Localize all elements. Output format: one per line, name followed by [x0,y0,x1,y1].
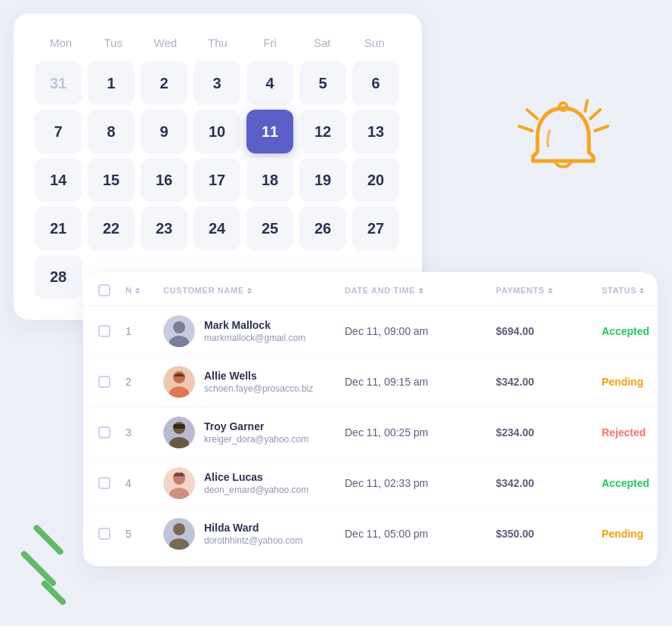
customer-cell-1: Mark Mallock markmallock@gmail.com [163,315,345,347]
calendar-cell-6[interactable]: 6 [352,61,399,105]
datetime-cell-4: Dec 11, 02:33 pm [345,477,496,489]
status-badge-3: Rejected [602,423,672,442]
calendar-cell-10[interactable]: 10 [194,110,240,153]
customer-info-1: Mark Mallock markmallock@gmail.com [204,319,305,343]
calendar-cell-22[interactable]: 22 [88,206,135,250]
bell-icon [513,91,612,189]
calendar-cell-26[interactable]: 26 [299,206,346,250]
customer-cell-3: Troy Garner kreiger_dora@yahoo.com [163,417,345,448]
calendar-cell-24[interactable]: 24 [194,206,240,250]
calendar-cell-3[interactable]: 3 [194,61,240,105]
svg-line-0 [590,110,600,119]
calendar-cell-20[interactable]: 20 [352,158,399,202]
calendar-day-name-fri: Fri [244,32,296,54]
status-badge-5: Pending [602,525,672,543]
customer-email-2: schoen.faye@prosacco.biz [204,383,313,394]
svg-line-1 [595,126,608,131]
customer-name-4: Alice Lucas [204,471,308,483]
datetime-cell-3: Dec 11, 00:25 pm [345,426,496,439]
customer-cell-5: Hilda Ward dorothhintz@yahoo.com [163,518,345,550]
calendar-cell-25[interactable]: 25 [246,206,293,250]
calendar-cell-17[interactable]: 17 [194,158,240,202]
svg-point-10 [173,371,185,383]
th-checkbox [98,284,125,296]
bell-area [513,91,612,189]
calendar-cell-23[interactable]: 23 [141,206,187,250]
table-row: 3 Troy Garner kreiger_dora@yahoo.com Dec… [83,408,658,458]
row-checkbox-cell [98,376,125,388]
calendar-cell-11[interactable]: 11 [246,110,293,153]
customer-name-3: Troy Garner [204,420,308,432]
sort-icon-num[interactable] [135,287,140,294]
payment-cell-1: $694.00 [496,325,602,337]
calendar-days-header: MonTusWedThuFriSatSun [35,32,401,54]
customer-email-4: deon_emard@yahoo.com [204,485,308,495]
calendar-cell-31[interactable]: 31 [35,61,82,105]
row-checkbox-cell [98,477,125,489]
sort-icon-datetime[interactable] [419,287,423,294]
calendar-day-name-thu: Thu [191,32,243,54]
calendar-cell-18[interactable]: 18 [246,158,293,202]
avatar-4 [163,467,195,499]
customer-info-3: Troy Garner kreiger_dora@yahoo.com [204,420,308,445]
svg-rect-15 [173,424,185,429]
svg-line-2 [585,101,587,111]
table-row: 5 Hilda Ward dorothhintz@yahoo.com Dec 1… [83,509,658,559]
avatar-3 [163,417,195,448]
calendar-cell-16[interactable]: 16 [141,158,187,202]
datetime-cell-5: Dec 11, 05:00 pm [345,528,496,540]
calendar-cell-1[interactable]: 1 [88,61,135,105]
row-checkbox-3[interactable] [98,426,110,439]
sort-icon-customer[interactable] [247,287,252,294]
customer-email-3: kreiger_dora@yahoo.com [204,434,308,445]
th-customer: CUSTOMER NAME [163,286,345,295]
calendar-cell-4[interactable]: 4 [246,61,293,105]
calendar-day-name-sat: Sat [296,32,348,54]
deco-dash-1 [33,524,64,556]
row-checkbox-4[interactable] [98,477,110,489]
svg-line-3 [519,126,532,131]
customer-name-5: Hilda Ward [204,522,302,534]
avatar-1 [163,315,195,347]
deco-dash-2 [20,550,57,587]
calendar-cell-12[interactable]: 12 [299,110,346,153]
calendar-cell-7[interactable]: 7 [35,110,82,153]
row-checkbox-5[interactable] [98,528,110,540]
calendar-cell-2[interactable]: 2 [141,61,187,105]
sort-icon-payments[interactable] [548,287,553,294]
calendar-cell-21[interactable]: 21 [35,206,82,250]
customer-info-2: Allie Wells schoen.faye@prosacco.biz [204,370,313,394]
customer-info-5: Hilda Ward dorothhintz@yahoo.com [204,522,302,546]
calendar-cell-13[interactable]: 13 [352,110,399,153]
payment-cell-4: $342.00 [496,477,602,489]
calendar-cell-28[interactable]: 28 [35,255,82,299]
payment-cell-2: $342.00 [496,376,602,388]
calendar-day-name-mon: Mon [35,32,87,54]
status-badge-4: Accepted [602,474,672,492]
scene: MonTusWedThuFriSatSun 311234567891011121… [0,0,672,626]
table-body: 1 Mark Mallock markmallock@gmail.com Dec… [83,306,658,559]
calendar-cell-8[interactable]: 8 [88,110,135,153]
calendar-cell-14[interactable]: 14 [35,158,82,202]
select-all-checkbox[interactable] [98,284,110,296]
row-checkbox-cell [98,528,125,540]
datetime-cell-1: Dec 11, 09:00 am [345,325,496,337]
calendar-cell-15[interactable]: 15 [88,158,135,202]
row-checkbox-2[interactable] [98,376,110,388]
calendar-grid: 3112345678910111213141516171819202122232… [35,61,401,299]
payment-cell-3: $234.00 [496,426,602,439]
status-badge-2: Pending [602,373,672,391]
calendar-cell-27[interactable]: 27 [352,206,399,250]
calendar-cell-9[interactable]: 9 [141,110,187,153]
sort-icon-status[interactable] [639,287,644,294]
row-checkbox-1[interactable] [98,325,110,337]
avatar-5 [163,518,195,550]
payment-cell-5: $350.00 [496,528,602,540]
svg-point-20 [173,523,185,535]
calendar-cell-5[interactable]: 5 [299,61,346,105]
row-num-1: 1 [125,325,163,337]
calendar-cell-19[interactable]: 19 [299,158,346,202]
svg-point-7 [173,321,185,333]
datetime-cell-2: Dec 11, 09:15 am [345,376,496,388]
table-row: 2 Allie Wells schoen.faye@prosacco.biz D… [83,357,658,408]
